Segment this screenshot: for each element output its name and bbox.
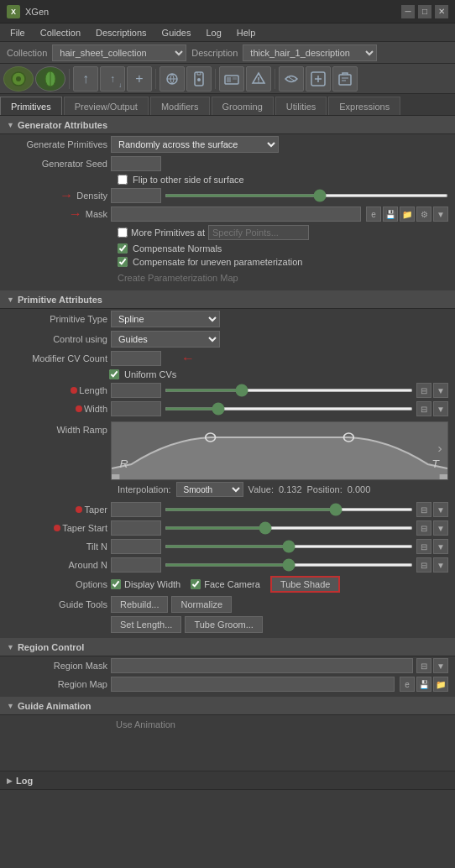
around-n-slider[interactable]	[165, 563, 413, 567]
toolbar-btn-11[interactable]	[332, 66, 358, 92]
width-slider[interactable]	[165, 407, 413, 410]
tab-preview-output[interactable]: Preview/Output	[64, 97, 149, 115]
width-icon-btn[interactable]: ⊟	[416, 401, 431, 416]
taper-icon-btn[interactable]: ⊟	[416, 502, 431, 517]
modifier-cv-input[interactable]: 12	[111, 351, 161, 366]
toolbar-btn-3[interactable]: ↑↓	[100, 66, 125, 92]
generator-attributes-header[interactable]: ▼ Generator Attributes	[0, 116, 455, 134]
tilt-n-icon-btn[interactable]: ⊟	[416, 539, 431, 554]
toolbar-btn-1[interactable]	[35, 66, 65, 92]
scroll-area[interactable]: ▼ Generator Attributes Generate Primitiv…	[0, 116, 455, 771]
more-primitives-label: More Primitives at	[131, 227, 205, 238]
width-input[interactable]: 0.0350	[111, 401, 161, 416]
more-primitives-input[interactable]	[208, 225, 309, 240]
menu-file[interactable]: File	[3, 26, 32, 39]
taper-start-input[interactable]: 0.4200	[111, 520, 161, 536]
mask-input[interactable]: ${DESC}/paintmaps/mask	[111, 207, 361, 222]
length-slider[interactable]	[165, 389, 413, 392]
menu-descriptions[interactable]: Descriptions	[89, 26, 154, 39]
tab-modifiers[interactable]: Modifiers	[150, 97, 210, 115]
tilt-n-arrow-btn[interactable]: ▼	[433, 539, 448, 554]
window-controls: ─ □ ✕	[401, 5, 448, 18]
taper-start-slider[interactable]	[165, 526, 413, 530]
length-arrow-btn[interactable]: ▼	[433, 383, 448, 398]
rebuild-button[interactable]: Rebuild...	[111, 596, 168, 613]
svg-rect-25	[440, 474, 447, 480]
region-map-save-btn[interactable]: 💾	[416, 677, 431, 692]
interpolation-select[interactable]: Smooth	[176, 482, 243, 497]
maximize-button[interactable]: □	[418, 5, 431, 18]
region-map-expr-btn[interactable]: e	[400, 677, 415, 692]
region-mask-input[interactable]: 0.0	[111, 658, 413, 673]
width-ramp-display[interactable]: R T ›	[111, 421, 448, 480]
tab-grooming[interactable]: Grooming	[212, 97, 274, 115]
tube-groom-button[interactable]: Tube Groom...	[185, 616, 263, 633]
generate-primitives-select[interactable]: Randomly across the surface	[111, 136, 279, 153]
length-input[interactable]: 1.0000	[111, 383, 161, 398]
toolbar-btn-9[interactable]	[279, 66, 304, 92]
region-map-label: Region Map	[7, 679, 107, 689]
uniform-cvs-checkbox[interactable]	[109, 369, 119, 379]
minimize-button[interactable]: ─	[401, 5, 415, 18]
taper-start-icon-btn[interactable]: ⊟	[416, 520, 431, 536]
mask-expr-btn[interactable]: e	[366, 207, 381, 222]
around-n-arrow-btn[interactable]: ▼	[433, 557, 448, 573]
taper-start-arrow-btn[interactable]: ▼	[433, 520, 448, 536]
around-n-icon-btn[interactable]: ⊟	[416, 557, 431, 573]
around-n-input[interactable]: 0.0000	[111, 557, 161, 573]
guide-animation-header[interactable]: ▼ Guide Animation	[0, 697, 455, 715]
region-mask-arrow-btn[interactable]: ▼	[433, 658, 448, 673]
menu-help[interactable]: Help	[230, 26, 263, 39]
primitive-type-select[interactable]: Spline	[111, 311, 220, 327]
menu-guides[interactable]: Guides	[155, 26, 198, 39]
region-map-folder-btn[interactable]: 📁	[433, 677, 448, 692]
region-control-header[interactable]: ▼ Region Control	[0, 638, 455, 656]
tube-shade-button[interactable]: Tube Shade	[270, 576, 341, 593]
mask-extra-btn2[interactable]: ▼	[433, 207, 448, 222]
collection-select[interactable]: hair_sheet_collection	[52, 44, 186, 61]
compensate-uneven-checkbox[interactable]	[118, 257, 128, 267]
log-section: ▶ Log	[0, 771, 455, 790]
guide-tools-label: Guide Tools	[7, 599, 107, 609]
toolbar-btn-4[interactable]: +	[127, 66, 152, 92]
width-arrow-btn[interactable]: ▼	[433, 401, 448, 416]
mask-folder-btn[interactable]: 📁	[400, 207, 415, 222]
density-slider[interactable]	[165, 194, 448, 197]
face-camera-checkbox[interactable]	[191, 579, 201, 589]
toolbar-btn-5[interactable]	[160, 66, 185, 92]
tab-utilities[interactable]: Utilities	[275, 97, 327, 115]
length-icon-btn[interactable]: ⊟	[416, 383, 431, 398]
tab-primitives[interactable]: Primitives	[0, 97, 62, 115]
description-select[interactable]: thick_hair_1_description	[243, 44, 377, 61]
toolbar-btn-8[interactable]	[246, 66, 271, 92]
log-header[interactable]: ▶ Log	[0, 771, 455, 790]
region-mask-icon-btn[interactable]: ⊟	[416, 658, 431, 673]
control-using-select[interactable]: Guides	[111, 331, 220, 348]
toolbar-btn-2[interactable]: ↑	[73, 66, 98, 92]
primitive-attributes-header[interactable]: ▼ Primitive Attributes	[0, 290, 455, 309]
normalize-button[interactable]: Normalize	[171, 596, 232, 613]
more-primitives-checkbox[interactable]	[118, 227, 128, 238]
toolbar-btn-6[interactable]	[186, 66, 212, 92]
region-map-input[interactable]: ${DESC}/Region/	[111, 677, 395, 692]
tilt-n-slider[interactable]	[165, 545, 413, 548]
tilt-n-input[interactable]: 0.0000	[111, 539, 161, 554]
display-width-checkbox[interactable]	[111, 579, 121, 589]
mask-save-btn[interactable]: 💾	[383, 207, 398, 222]
taper-slider[interactable]	[165, 508, 413, 511]
close-button[interactable]: ✕	[435, 5, 448, 18]
menu-log[interactable]: Log	[199, 26, 228, 39]
set-length-button[interactable]: Set Length...	[111, 616, 181, 633]
toolbar-btn-7[interactable]	[219, 66, 244, 92]
mask-extra-btn1[interactable]: ⚙	[416, 207, 431, 222]
taper-arrow-btn[interactable]: ▼	[433, 502, 448, 517]
tab-expressions[interactable]: Expressions	[328, 97, 400, 115]
toolbar-btn-10[interactable]	[306, 66, 331, 92]
taper-input[interactable]: 0.7250	[111, 502, 161, 517]
toolbar-btn-0[interactable]	[3, 66, 34, 92]
generator-seed-input[interactable]: 0	[111, 156, 161, 171]
flip-checkbox[interactable]	[118, 175, 128, 185]
menu-collection[interactable]: Collection	[34, 26, 87, 39]
compensate-normals-checkbox[interactable]	[118, 243, 128, 254]
density-input[interactable]: 68.135	[111, 188, 161, 203]
